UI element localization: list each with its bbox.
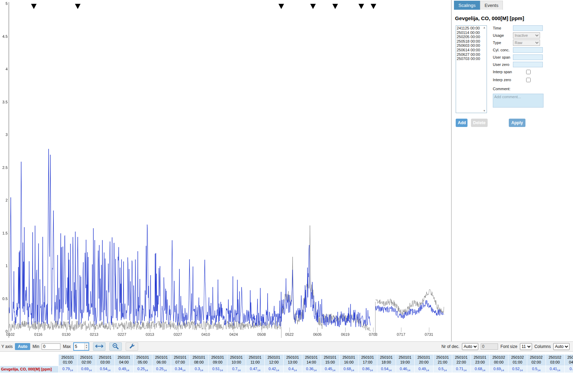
table-value-cell[interactable]: 0.7914	[58, 366, 77, 373]
table-value-cell[interactable]: 0.414	[283, 366, 302, 373]
zoom-out-icon	[112, 343, 119, 351]
max-label: Max	[63, 344, 71, 349]
y-axis-auto-button[interactable]: Auto	[15, 343, 30, 350]
font-size-label: Font size	[500, 344, 517, 349]
table-value-cell[interactable]: 0.5114	[208, 366, 227, 373]
toolbar-right-group: Nr of dec. Auto Font size 11 Columns Aut…	[441, 343, 572, 350]
min-label: Min	[33, 344, 39, 349]
scaling-list-item[interactable]: 241125 00:00	[457, 26, 486, 31]
cyl-conc-label: Cyl. conc.	[493, 48, 513, 52]
interp-zero-checkbox[interactable]	[526, 78, 531, 82]
hourly-values-table: 25010101:0025010102:0025010103:002501010…	[0, 354, 573, 373]
table-col-header: 25010123:00	[471, 355, 489, 366]
delete-button[interactable]: Delete	[471, 119, 488, 127]
interp-zero-label: Interp zero	[493, 78, 513, 82]
table-value-cell[interactable]: 0.7114	[452, 366, 471, 373]
table-value-cell[interactable]: 0.514	[527, 366, 546, 373]
table-value-cell[interactable]: 0.2514	[152, 366, 171, 373]
table-value-cell[interactable]: 0.314	[189, 366, 208, 373]
time-label: Time	[493, 26, 513, 30]
table-col-header: 25010104:00	[115, 355, 133, 366]
comment-label: Comment:	[493, 87, 513, 91]
table-value-cell[interactable]: 0.4914	[115, 366, 133, 373]
interp-span-label: Interp span	[493, 70, 513, 74]
table-col-header: 25010115:00	[321, 355, 339, 366]
scaling-list-item[interactable]: 250703 00:00	[457, 57, 486, 61]
spin-down-icon[interactable]: ▼	[85, 347, 87, 349]
scaling-list-item[interactable]: 250603 00:00	[457, 43, 486, 48]
zoom-out-button[interactable]	[109, 342, 122, 351]
table-col-header: 25010103:00	[96, 355, 115, 366]
font-size-select[interactable]: 11	[520, 343, 532, 350]
horizontal-arrows-icon	[95, 344, 104, 350]
table-value-cell[interactable]: 0.8614	[358, 366, 377, 373]
table-value-cell[interactable]: 0.5214	[508, 366, 527, 373]
min-input[interactable]	[42, 343, 60, 350]
table-value-cell[interactable]: 0.4714	[246, 366, 264, 373]
scaling-list-item[interactable]: 250114 00:00	[457, 31, 486, 35]
timeseries-chart-canvas[interactable]	[0, 0, 450, 341]
fit-horizontal-button[interactable]	[93, 342, 106, 351]
table-col-header: 25010110:00	[227, 355, 246, 366]
table-value-cell[interactable]: 0.3614	[302, 366, 321, 373]
table-value-cell[interactable]: 0.4214	[264, 366, 283, 373]
scaling-listbox[interactable]: 241125 00:00250114 00:00250205 00:002505…	[456, 25, 487, 113]
table-value-cell[interactable]: 0.4914	[414, 366, 433, 373]
table-col-header: 25010121:00	[433, 355, 452, 366]
comment-textarea[interactable]	[493, 94, 543, 108]
tab-scalings[interactable]: Scalings	[454, 1, 480, 10]
time-input[interactable]	[513, 25, 543, 31]
table-col-header: 25010114:00	[302, 355, 321, 366]
settings-wrench-button[interactable]	[126, 342, 138, 351]
panel-title: Gevgelija, CO, 000[M] [ppm]	[455, 15, 573, 21]
type-select[interactable]: Raw	[513, 40, 540, 46]
listbox-scrollbar[interactable]: ▲ ▼	[482, 26, 487, 113]
tab-events[interactable]: Events	[480, 1, 503, 10]
table-value-cell[interactable]: 0.3414	[171, 366, 189, 373]
table-value-cell[interactable]: 0.4614	[396, 366, 414, 373]
user-zero-label: User zero	[493, 62, 513, 67]
columns-select[interactable]: Auto	[553, 343, 570, 350]
scaling-list-item[interactable]: 250205 00:00	[457, 35, 486, 39]
table-col-header: 25010108:00	[189, 355, 208, 366]
table-value-cell[interactable]: 0.4114	[546, 366, 564, 373]
scaling-list-item[interactable]: 250614 00:00	[457, 48, 486, 52]
table-col-header: 25010119:00	[396, 355, 414, 366]
user-span-input[interactable]	[513, 54, 543, 60]
table-value-cell[interactable]: 0.5414	[96, 366, 115, 373]
table-col-header: 25010107:00	[171, 355, 189, 366]
scroll-up-icon[interactable]: ▲	[482, 26, 487, 29]
user-span-label: User span	[493, 55, 513, 59]
spin-up-icon[interactable]: ▲	[85, 344, 87, 347]
table-value-cell[interactable]: 0.6814	[471, 366, 489, 373]
table-value-cell[interactable]: 0.4514	[321, 366, 339, 373]
table-col-header: 25010106:00	[152, 355, 171, 366]
table-value-cell[interactable]: 0.2514	[133, 366, 152, 373]
nr-of-dec-select[interactable]: Auto	[462, 343, 478, 350]
table-value-cell[interactable]: 0.514	[433, 366, 452, 373]
usage-select[interactable]: Inactive	[513, 32, 540, 39]
columns-label: Columns	[534, 344, 551, 349]
scaling-list-item[interactable]: 250518 00:00	[457, 39, 486, 44]
table-value-cell[interactable]: 0.6914	[77, 366, 96, 373]
cyl-conc-input[interactable]	[513, 47, 543, 53]
table-col-header: 25010203:00	[546, 355, 564, 366]
table-value-cell[interactable]: 0.5414	[377, 366, 396, 373]
scroll-down-icon[interactable]: ▼	[482, 109, 487, 112]
scaling-list-item[interactable]: 250627 00:00	[457, 52, 486, 57]
add-button[interactable]: Add	[456, 119, 467, 127]
max-spinner-buttons[interactable]: ▲ ▼	[84, 343, 89, 350]
table-value-cell[interactable]: 0.6814	[339, 366, 358, 373]
table-value-cell[interactable]: 0.6914	[489, 366, 508, 373]
scaling-form: Time Usage Inactive Type Raw Cyl. con	[493, 25, 562, 113]
max-input[interactable]	[74, 343, 84, 350]
interp-span-checkbox[interactable]	[526, 70, 531, 74]
apply-button[interactable]: Apply	[509, 119, 525, 127]
table-value-cell[interactable]: 0.714	[227, 366, 246, 373]
table-value-cell[interactable]: 0.414	[564, 366, 573, 373]
user-zero-input[interactable]	[513, 62, 543, 67]
dec-places-input[interactable]	[481, 343, 498, 350]
table-col-header: 25010116:00	[339, 355, 358, 366]
table-col-header: 25010120:00	[414, 355, 433, 366]
data-table: 25010101:0025010102:0025010103:002501010…	[0, 354, 573, 373]
